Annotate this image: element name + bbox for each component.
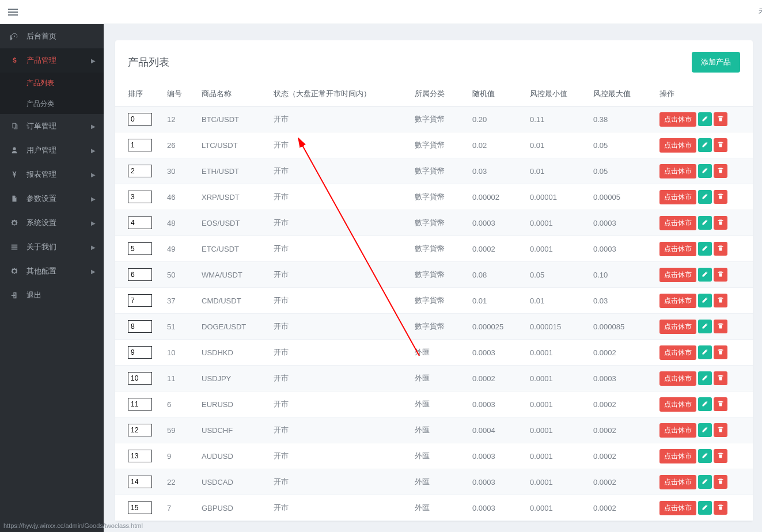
sub-nav-item-1[interactable]: 产品分类 (0, 93, 104, 114)
market-toggle-button[interactable]: 点击休市 (659, 138, 696, 153)
delete-button[interactable] (714, 242, 727, 256)
edit-button[interactable] (698, 190, 712, 204)
edit-button[interactable] (698, 138, 712, 152)
sidebar: 后台首页产品管理▶产品列表产品分类订单管理▶用户管理▶报表管理▶参数设置▶系统设… (0, 24, 104, 532)
sort-input[interactable] (128, 139, 152, 151)
delete-button[interactable] (714, 190, 727, 204)
sort-input[interactable] (128, 294, 152, 307)
nav-item-7[interactable]: 关于我们▶ (0, 235, 104, 259)
sort-input[interactable] (128, 424, 152, 436)
market-toggle-button[interactable]: 点击休市 (659, 164, 696, 178)
sort-input[interactable] (128, 165, 152, 177)
nav-item-4[interactable]: 报表管理▶ (0, 162, 104, 187)
delete-button[interactable] (714, 345, 727, 359)
nav-item-9[interactable]: 退出 (0, 283, 104, 307)
edit-button[interactable] (698, 397, 712, 411)
delete-button[interactable] (714, 371, 727, 385)
market-toggle-button[interactable]: 点击休市 (659, 190, 696, 204)
sort-input[interactable] (128, 501, 152, 514)
cell-id: 22 (167, 469, 202, 495)
cell-id: 6 (167, 392, 202, 417)
market-toggle-button[interactable]: 点击休市 (659, 397, 696, 412)
cell-max: 0.0002 (593, 392, 659, 417)
table-row: 37CMD/USDT开市數字貨幣0.010.010.03点击休市 (115, 288, 753, 314)
delete-button[interactable] (714, 449, 727, 463)
menu-toggle-icon[interactable] (8, 9, 18, 16)
sort-input[interactable] (128, 113, 152, 126)
market-toggle-button[interactable]: 点击休市 (659, 423, 696, 438)
cell-id: 49 (167, 236, 202, 262)
sort-input[interactable] (128, 191, 152, 203)
nav-item-6[interactable]: 系统设置▶ (0, 211, 104, 235)
market-toggle-button[interactable]: 点击休市 (659, 242, 696, 256)
delete-button[interactable] (714, 501, 727, 515)
nav-label: 报表管理 (26, 169, 56, 180)
sub-nav-item-0[interactable]: 产品列表 (0, 73, 104, 93)
dashboard-icon (10, 32, 22, 40)
edit-button[interactable] (698, 320, 712, 333)
cell-status: 开市 (274, 340, 415, 366)
delete-button[interactable] (714, 423, 727, 437)
delete-button[interactable] (714, 112, 727, 126)
sort-input[interactable] (128, 346, 152, 359)
nav-item-3[interactable]: 用户管理▶ (0, 138, 104, 162)
market-toggle-button[interactable]: 点击休市 (659, 475, 696, 489)
market-toggle-button[interactable]: 点击休市 (659, 216, 696, 230)
product-panel: 产品列表 添加产品 排序 编号 商品名称 状态（大盘正常开市时间内） 所属分类 … (115, 40, 753, 521)
edit-button[interactable] (698, 112, 712, 126)
main-content: 产品列表 添加产品 排序 编号 商品名称 状态（大盘正常开市时间内） 所属分类 … (104, 24, 762, 532)
nav-item-2[interactable]: 订单管理▶ (0, 114, 104, 138)
edit-button[interactable] (698, 371, 712, 385)
market-toggle-button[interactable]: 点击休市 (659, 112, 696, 127)
delete-button[interactable] (714, 216, 727, 230)
market-toggle-button[interactable]: 点击休市 (659, 294, 696, 308)
delete-button[interactable] (714, 268, 727, 282)
delete-button[interactable] (714, 294, 727, 307)
market-toggle-button[interactable]: 点击休市 (659, 268, 696, 282)
delete-button[interactable] (714, 397, 727, 411)
sort-input[interactable] (128, 216, 152, 229)
cell-random: 0.02 (472, 132, 530, 158)
edit-button[interactable] (698, 164, 712, 178)
edit-button[interactable] (698, 242, 712, 256)
edit-button[interactable] (698, 268, 712, 282)
delete-button[interactable] (714, 164, 727, 178)
sort-input[interactable] (128, 372, 152, 385)
delete-button[interactable] (714, 475, 727, 489)
nav-item-0[interactable]: 后台首页 (0, 24, 104, 48)
market-toggle-button[interactable]: 点击休市 (659, 449, 696, 463)
sort-input[interactable] (128, 450, 152, 462)
cog-icon (10, 219, 22, 227)
delete-button[interactable] (714, 138, 727, 152)
sort-input[interactable] (128, 320, 152, 333)
cog-icon (10, 267, 22, 275)
nav-item-8[interactable]: 其他配置▶ (0, 259, 104, 283)
sort-input[interactable] (128, 268, 152, 281)
th-random: 随机值 (472, 83, 530, 107)
market-toggle-button[interactable]: 点击休市 (659, 320, 696, 334)
market-toggle-button[interactable]: 点击休市 (659, 501, 696, 515)
edit-button[interactable] (698, 345, 712, 359)
edit-button[interactable] (698, 294, 712, 307)
market-toggle-button[interactable]: 点击休市 (659, 371, 696, 386)
edit-button[interactable] (698, 216, 712, 230)
edit-button[interactable] (698, 501, 712, 515)
edit-button[interactable] (698, 423, 712, 437)
edit-button[interactable] (698, 449, 712, 463)
edit-button[interactable] (698, 475, 712, 489)
chevron-right-icon: ▶ (91, 244, 96, 250)
sort-input[interactable] (128, 242, 152, 255)
delete-button[interactable] (714, 320, 727, 333)
nav-item-1[interactable]: 产品管理▶ (0, 48, 104, 73)
market-toggle-button[interactable]: 点击休市 (659, 345, 696, 360)
cell-name: USDCHF (202, 417, 274, 443)
cell-id: 59 (167, 417, 202, 443)
nav-item-5[interactable]: 参数设置▶ (0, 187, 104, 211)
sort-input[interactable] (128, 476, 152, 488)
cell-id: 7 (167, 495, 202, 521)
cell-random: 0.0003 (472, 443, 530, 469)
sort-input[interactable] (128, 398, 152, 411)
chevron-right-icon: ▶ (91, 58, 96, 64)
cell-max: 0.0003 (593, 236, 659, 262)
add-product-button[interactable]: 添加产品 (692, 52, 740, 73)
